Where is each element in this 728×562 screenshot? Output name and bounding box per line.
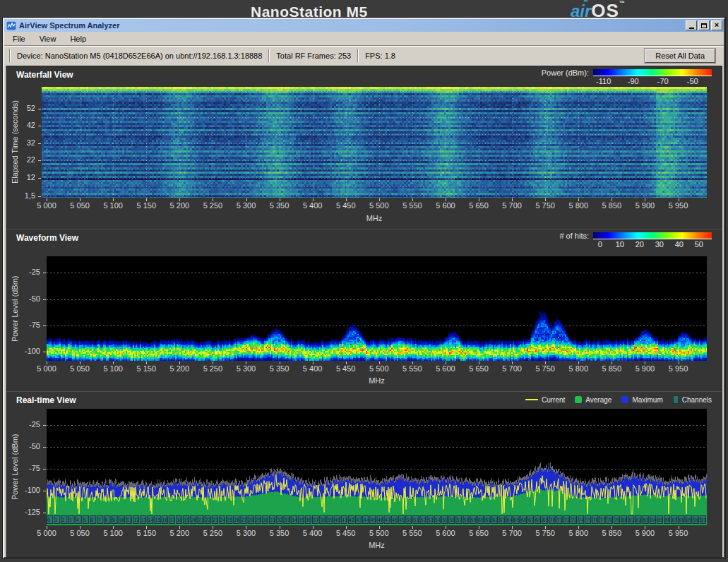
x-tick-mark bbox=[213, 198, 213, 201]
y-tick-mark bbox=[43, 325, 46, 326]
x-tick-label: 5 900 bbox=[628, 201, 662, 210]
x-tick-label: 5 200 bbox=[162, 529, 196, 537]
x-tick-mark bbox=[545, 361, 546, 364]
legend-tick-label: -70 bbox=[657, 77, 669, 85]
airos-logo-tm: ™ bbox=[619, 0, 625, 6]
y-tick-label: -100 bbox=[6, 486, 40, 494]
titlebar[interactable]: AirView Spectrum Analyzer × bbox=[4, 19, 724, 32]
y-tick-label: -75 bbox=[6, 464, 40, 472]
x-tick-label: 5 600 bbox=[429, 529, 463, 537]
x-tick-label: 5 050 bbox=[63, 529, 97, 537]
statusbar-divider bbox=[357, 49, 359, 62]
y-tick-label: 1,5 bbox=[6, 191, 35, 200]
y-tick-label: -25 bbox=[6, 268, 40, 276]
x-tick-label: 5 850 bbox=[595, 364, 628, 373]
x-tick-label: 5 750 bbox=[528, 364, 562, 373]
legend-current: Current bbox=[525, 396, 565, 404]
close-button[interactable]: × bbox=[711, 20, 722, 30]
x-tick-mark bbox=[113, 198, 114, 201]
x-tick-label: 5 850 bbox=[595, 529, 628, 537]
x-tick-mark bbox=[545, 198, 546, 201]
menu-view[interactable]: View bbox=[34, 33, 62, 44]
x-tick-label: 5 200 bbox=[162, 364, 196, 373]
maximum-swatch bbox=[621, 396, 628, 403]
y-tick-label: -25 bbox=[6, 420, 40, 429]
x-tick-label: 5 350 bbox=[263, 529, 297, 537]
y-tick-label: -50 bbox=[6, 294, 40, 303]
x-tick-label: 5 650 bbox=[462, 201, 496, 210]
realtime-xlabel: MHz bbox=[47, 541, 707, 549]
x-tick-mark bbox=[379, 198, 380, 201]
x-tick-mark bbox=[479, 361, 479, 364]
maximize-icon bbox=[701, 23, 707, 28]
y-tick-mark bbox=[38, 178, 41, 179]
y-tick-mark bbox=[43, 491, 46, 491]
menu-help[interactable]: Help bbox=[64, 33, 92, 44]
x-tick-label: 5 950 bbox=[662, 364, 696, 373]
x-tick-label: 5 000 bbox=[30, 529, 64, 537]
waterfall-title: Waterfall View bbox=[16, 70, 73, 80]
x-tick-label: 5 550 bbox=[395, 529, 429, 537]
x-tick-label: 5 500 bbox=[362, 529, 396, 537]
x-tick-label: 5 950 bbox=[662, 529, 696, 537]
x-tick-label: 5 650 bbox=[462, 529, 496, 537]
maximize-button[interactable] bbox=[698, 20, 710, 30]
x-tick-label: 5 000 bbox=[30, 364, 64, 373]
hits-gradient-bar bbox=[593, 232, 712, 239]
x-tick-label: 5 450 bbox=[329, 364, 363, 373]
waterfall-chart bbox=[42, 87, 707, 198]
x-tick-label: 5 950 bbox=[662, 201, 696, 210]
power-legend: Power (dBm): -110-90-70-50 bbox=[528, 68, 712, 86]
waveform-xlabel: MHz bbox=[47, 376, 707, 385]
close-icon: × bbox=[715, 21, 719, 29]
legend-current-label: Current bbox=[542, 396, 565, 404]
x-tick-mark bbox=[512, 526, 513, 529]
x-tick-label: 5 900 bbox=[628, 364, 662, 373]
legend-average: Average bbox=[575, 396, 611, 404]
wifi-arc-icon bbox=[583, 0, 589, 6]
x-tick-mark bbox=[446, 526, 446, 529]
menu-file[interactable]: File bbox=[7, 33, 31, 44]
x-tick-mark bbox=[246, 526, 246, 529]
x-tick-mark bbox=[179, 361, 180, 364]
x-tick-label: 5 150 bbox=[129, 201, 163, 210]
x-tick-mark bbox=[80, 198, 80, 201]
y-tick-label: -125 bbox=[6, 508, 40, 516]
minimize-icon bbox=[689, 28, 694, 29]
x-tick-mark bbox=[47, 361, 47, 364]
y-tick-mark bbox=[38, 196, 41, 197]
x-tick-mark bbox=[113, 361, 114, 364]
legend-tick-label: 40 bbox=[675, 240, 684, 249]
x-tick-mark bbox=[280, 198, 280, 201]
y-tick-mark bbox=[43, 447, 46, 448]
x-tick-mark bbox=[280, 526, 280, 529]
x-tick-mark bbox=[611, 361, 612, 364]
waveform-section: Waveform View # of hits: 01020304050 Pow… bbox=[6, 229, 722, 391]
x-tick-label: 5 200 bbox=[162, 201, 196, 210]
x-tick-mark bbox=[146, 198, 147, 201]
x-tick-mark bbox=[146, 361, 147, 364]
y-tick-mark bbox=[38, 160, 41, 161]
x-tick-mark bbox=[679, 198, 679, 201]
x-tick-mark bbox=[47, 526, 47, 529]
x-tick-label: 5 050 bbox=[63, 364, 97, 373]
minimize-button[interactable] bbox=[686, 20, 697, 30]
x-tick-label: 5 000 bbox=[30, 201, 64, 210]
x-tick-mark bbox=[645, 198, 645, 201]
x-tick-label: 5 100 bbox=[96, 364, 130, 373]
x-tick-mark bbox=[346, 526, 347, 529]
x-tick-label: 5 250 bbox=[196, 364, 229, 373]
power-gradient-bar bbox=[593, 69, 712, 76]
fps-status: FPS: 1.8 bbox=[359, 52, 401, 60]
x-tick-label: 5 850 bbox=[595, 201, 628, 210]
waterfall-section: Waterfall View Power (dBm): -110-90-70-5… bbox=[6, 66, 722, 229]
x-tick-label: 5 150 bbox=[129, 529, 163, 537]
hits-legend: # of hits: 01020304050 bbox=[528, 231, 712, 249]
x-tick-mark bbox=[346, 361, 347, 364]
y-tick-label: -50 bbox=[6, 442, 40, 450]
x-tick-label: 5 700 bbox=[495, 364, 529, 373]
legend-tick-label: 50 bbox=[695, 240, 703, 249]
x-tick-label: 5 250 bbox=[196, 201, 229, 210]
reset-all-data-button[interactable]: Reset All Data bbox=[645, 49, 715, 63]
x-tick-mark bbox=[313, 526, 314, 529]
